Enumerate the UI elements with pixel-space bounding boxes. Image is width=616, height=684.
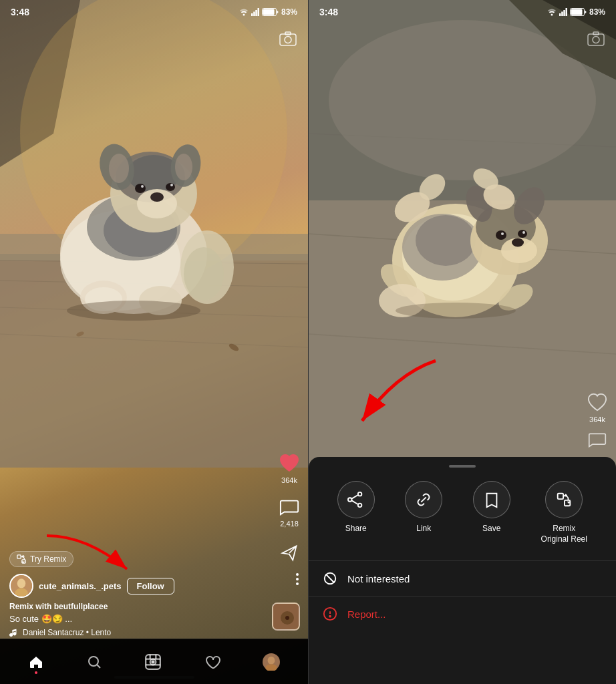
signal-icon: [251, 8, 259, 16]
svg-point-28: [184, 247, 224, 301]
svg-rect-36: [257, 8, 259, 16]
svg-point-53: [152, 661, 154, 663]
status-bar-right: 3:48 83%: [309, 0, 616, 24]
user-avatar[interactable]: [9, 574, 33, 598]
link-icon-circle: [405, 481, 442, 518]
camera-icon-right[interactable]: [587, 29, 605, 48]
save-icon-circle: [473, 481, 510, 518]
svg-point-112: [329, 616, 331, 617]
report-label: Report...: [347, 609, 386, 620]
like-count-right: 364k: [589, 415, 605, 423]
try-remix-button[interactable]: Try Remix: [9, 551, 73, 567]
bottom-sheet: Share Link: [309, 457, 616, 684]
comment-count: 2,418: [280, 520, 299, 528]
music-thumbnail[interactable]: [272, 603, 300, 631]
svg-point-82: [522, 231, 525, 234]
svg-point-29: [67, 301, 200, 321]
svg-point-21: [166, 183, 175, 191]
heart-icon: [279, 453, 300, 474]
svg-rect-98: [588, 34, 604, 45]
remix-icon-small: [17, 554, 26, 564]
sheet-actions-row: Share Link: [309, 481, 616, 544]
send-button[interactable]: [279, 542, 300, 564]
nav-search[interactable]: [86, 654, 102, 670]
follow-button[interactable]: Follow: [127, 578, 174, 594]
save-icon: [483, 491, 500, 508]
svg-point-72: [416, 215, 476, 266]
activity-heart-icon: [204, 654, 220, 670]
svg-line-105: [351, 495, 357, 499]
svg-rect-34: [253, 12, 255, 17]
svg-point-91: [551, 13, 553, 15]
svg-point-49: [285, 616, 289, 620]
share-label: Share: [345, 524, 367, 533]
share-icon-circle: [337, 481, 375, 518]
like-count: 364k: [281, 476, 297, 484]
svg-point-20: [135, 184, 146, 193]
report-icon: [322, 606, 338, 622]
svg-point-32: [243, 13, 245, 15]
battery-icon: [262, 8, 279, 16]
search-icon: [86, 654, 102, 670]
not-interested-option[interactable]: Not interested: [309, 561, 616, 596]
music-row: Daniel Santacruz • Lento: [9, 628, 264, 637]
nav-reels[interactable]: [144, 653, 162, 671]
more-options-button[interactable]: [296, 573, 299, 585]
battery-pct-left: 83%: [281, 7, 297, 17]
nav-activity[interactable]: [204, 654, 220, 670]
svg-point-78: [512, 238, 524, 247]
status-icons-left: 83%: [239, 7, 297, 17]
like-button[interactable]: 364k: [279, 453, 300, 484]
status-time-right: 3:48: [319, 7, 338, 17]
remix-original-icon-circle: [545, 481, 583, 518]
remix-original-button[interactable]: Remix Original Reel: [541, 481, 587, 544]
bottom-nav-left: [0, 639, 308, 684]
camera-icon-left[interactable]: [279, 29, 297, 48]
home-icon: [28, 654, 44, 670]
profile-icon: [263, 653, 280, 671]
like-button-right[interactable]: 364k: [587, 392, 608, 423]
svg-point-17: [175, 154, 192, 180]
nav-home[interactable]: [28, 654, 44, 670]
svg-point-81: [501, 232, 504, 235]
try-remix-label: Try Remix: [30, 554, 66, 564]
svg-point-79: [496, 230, 506, 240]
status-bar-left: 3:48 83%: [0, 0, 308, 24]
svg-point-50: [89, 657, 98, 666]
link-button[interactable]: Link: [405, 481, 442, 544]
comment-button[interactable]: 2,418: [279, 496, 300, 528]
battery-icon-right: [570, 8, 587, 16]
svg-point-104: [358, 504, 362, 508]
comment-button-right[interactable]: [587, 429, 608, 450]
action-buttons-right: 364k: [587, 392, 608, 450]
remix-info: Remix with beutfullplacee: [9, 602, 264, 611]
svg-point-40: [285, 37, 291, 43]
svg-point-90: [396, 303, 516, 319]
username-label[interactable]: cute_animals._.pets: [39, 581, 122, 591]
reels-icon: [144, 653, 162, 671]
music-thumb-image: [273, 604, 300, 631]
svg-rect-92: [559, 13, 561, 16]
svg-rect-95: [565, 8, 567, 16]
nav-profile[interactable]: [263, 653, 280, 671]
status-time-left: 3:48: [11, 7, 29, 17]
svg-rect-42: [17, 555, 21, 558]
wifi-icon-right: [547, 9, 557, 16]
svg-rect-35: [255, 10, 257, 16]
not-interested-icon: [322, 570, 338, 586]
status-icons-right: 83%: [547, 7, 605, 17]
send-icon: [279, 542, 300, 564]
svg-point-22: [141, 185, 144, 188]
share-button[interactable]: Share: [337, 481, 375, 544]
share-icon: [347, 491, 365, 508]
report-option[interactable]: Report...: [309, 596, 616, 631]
svg-point-23: [170, 184, 173, 186]
link-label: Link: [416, 524, 431, 533]
svg-rect-93: [561, 12, 563, 17]
avatar-image: [11, 575, 32, 596]
comment-icon-right: [587, 429, 608, 450]
heart-icon-right: [587, 392, 608, 413]
save-button[interactable]: Save: [473, 481, 510, 544]
bottom-content-left: Try Remix cute_animals._.pets Follow Rem…: [0, 551, 273, 637]
svg-rect-41: [285, 32, 291, 35]
